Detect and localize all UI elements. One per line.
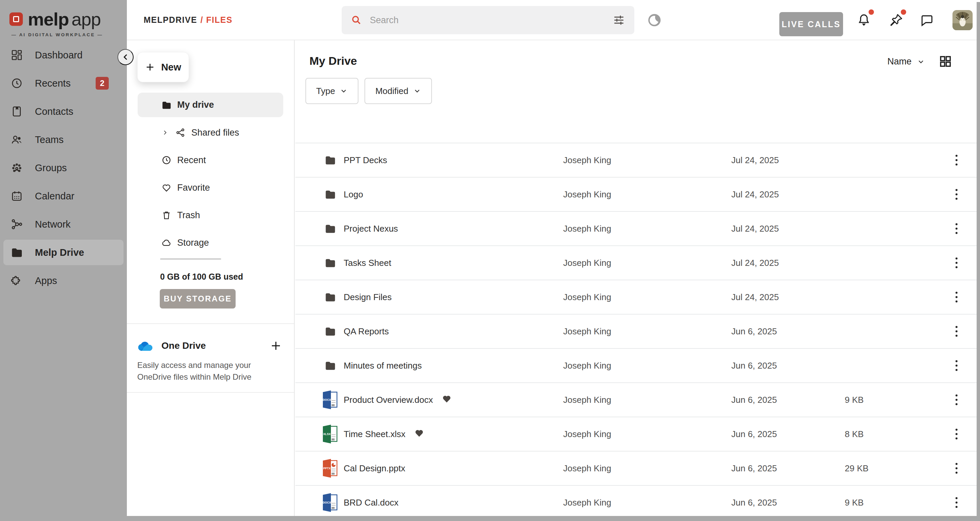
svg-text:XLSX: XLSX xyxy=(323,432,331,436)
file-modified-date: Jul 24, 2025 xyxy=(731,246,779,280)
folder-icon xyxy=(322,178,338,211)
file-row[interactable]: Minutes of meetingsJoseph KingJun 6, 202… xyxy=(295,348,977,382)
file-row[interactable]: DOCXBRD Cal.docxJoseph KingJun 6, 20259 … xyxy=(295,485,977,516)
drive-nav-item-storage[interactable]: Storage xyxy=(127,229,294,257)
sidebar-item-melp-drive[interactable]: Melp Drive xyxy=(3,240,124,265)
drive-nav-item-recent[interactable]: Recent xyxy=(127,147,294,174)
search-input[interactable] xyxy=(370,15,605,25)
folder-icon xyxy=(322,246,338,280)
file-row[interactable]: PPT DecksJoseph KingJul 24, 2025 xyxy=(295,143,977,177)
file-row[interactable]: Tasks SheetJoseph KingJul 24, 2025 xyxy=(295,245,977,280)
folder-icon xyxy=(322,315,338,348)
panel-divider xyxy=(127,392,294,393)
collapse-sidebar-button[interactable] xyxy=(118,49,134,65)
app-sidebar: melpapp — AI DIGITAL WORKPLACE — Dashboa… xyxy=(0,0,127,521)
user-avatar[interactable] xyxy=(953,10,973,30)
modified-filter-label: Modified xyxy=(375,86,408,96)
file-name: PPT Decks xyxy=(344,155,387,166)
file-name: Design Files xyxy=(344,292,392,303)
chevron-down-icon xyxy=(340,87,348,95)
row-menu-icon[interactable] xyxy=(950,246,963,280)
svg-text:PPTX: PPTX xyxy=(323,467,331,470)
modified-filter-button[interactable]: Modified xyxy=(364,78,431,104)
file-row[interactable]: Project NexusJoseph KingJul 24, 2025 xyxy=(295,211,977,245)
file-name: BRD Cal.docx xyxy=(344,497,398,508)
teams-icon xyxy=(11,134,23,146)
row-menu-icon[interactable] xyxy=(950,315,963,348)
file-owner: Joseph King xyxy=(563,178,611,211)
folder-icon xyxy=(322,143,338,177)
vertical-scrollbar[interactable] xyxy=(977,2,980,521)
sidebar-item-dashboard[interactable]: Dashboard xyxy=(3,42,124,68)
sidebar-item-apps[interactable]: Apps xyxy=(3,268,124,293)
favorite-heart-icon[interactable] xyxy=(414,428,424,440)
dark-mode-icon[interactable] xyxy=(648,13,661,27)
drive-nav-item-label: Shared files xyxy=(191,127,239,138)
notifications-bell-icon[interactable] xyxy=(856,13,871,27)
buy-storage-button[interactable]: BUY STORAGE xyxy=(160,289,235,309)
file-row[interactable]: Design FilesJoseph KingJul 24, 2025 xyxy=(295,280,977,314)
search-bar[interactable] xyxy=(342,6,634,34)
drive-nav-item-my-drive[interactable]: My drive xyxy=(138,92,283,117)
row-menu-icon[interactable] xyxy=(950,280,963,314)
sidebar-item-network[interactable]: Network xyxy=(3,212,124,237)
sidebar-item-label: Apps xyxy=(35,275,57,286)
file-name: Minutes of meetings xyxy=(344,360,422,371)
row-menu-icon[interactable] xyxy=(950,383,963,417)
sidebar-item-teams[interactable]: Teams xyxy=(3,127,124,152)
drive-nav-item-label: My drive xyxy=(177,100,214,110)
search-icon xyxy=(351,15,362,25)
file-name: Tasks Sheet xyxy=(344,258,391,268)
sort-selector[interactable]: Name xyxy=(888,56,925,67)
svg-text:DOCX: DOCX xyxy=(323,501,331,504)
drive-nav-item-favorite[interactable]: Favorite xyxy=(127,174,294,201)
chat-icon[interactable] xyxy=(920,13,934,27)
live-calls-button[interactable]: LIVE CALLS xyxy=(779,12,843,36)
drive-nav-item-shared-files[interactable]: Shared files xyxy=(127,119,294,147)
row-menu-icon[interactable] xyxy=(950,486,963,516)
sidebar-item-groups[interactable]: Groups xyxy=(3,155,124,181)
drive-nav-item-label: Trash xyxy=(177,210,200,221)
sidebar-item-contacts[interactable]: Contacts xyxy=(3,99,124,124)
recents-badge: 2 xyxy=(95,77,109,90)
pin-icon[interactable] xyxy=(889,13,904,27)
file-row[interactable]: DOCXProduct Overview.docxJoseph KingJun … xyxy=(295,382,977,417)
notification-dot xyxy=(901,10,906,15)
breadcrumb-current: / FILES xyxy=(200,15,232,25)
folder-filled-icon xyxy=(161,100,172,110)
file-modified-date: Jul 24, 2025 xyxy=(731,178,779,211)
sidebar-item-calendar[interactable]: Calendar xyxy=(3,183,124,209)
row-menu-icon[interactable] xyxy=(950,417,963,451)
chevron-down-icon xyxy=(917,58,925,66)
horizontal-scrollbar[interactable] xyxy=(0,516,980,521)
sidebar-item-recents[interactable]: Recents2 xyxy=(3,70,124,96)
grid-view-icon[interactable] xyxy=(939,55,952,68)
chevron-right-icon[interactable] xyxy=(161,129,169,136)
dashboard-icon xyxy=(11,49,23,61)
file-row[interactable]: XLSXTime Sheet.xlsxJoseph KingJun 6, 202… xyxy=(295,417,977,451)
sidebar-nav: DashboardRecents2ContactsTeamsGroupsCale… xyxy=(0,42,127,293)
filter-sliders-icon[interactable] xyxy=(613,14,625,26)
row-menu-icon[interactable] xyxy=(950,178,963,211)
type-filter-button[interactable]: Type xyxy=(305,78,358,104)
file-row[interactable]: PPTXCal Design.pptxJoseph KingJun 6, 202… xyxy=(295,451,977,485)
sidebar-item-label: Teams xyxy=(35,134,64,145)
file-owner: Joseph King xyxy=(563,212,611,245)
file-row[interactable]: LogoJoseph KingJul 24, 2025 xyxy=(295,177,977,211)
file-owner: Joseph King xyxy=(563,486,611,516)
file-row[interactable]: QA ReportsJoseph KingJun 6, 2025 xyxy=(295,314,977,348)
row-menu-icon[interactable] xyxy=(950,212,963,245)
favorite-heart-icon[interactable] xyxy=(442,394,452,406)
row-menu-icon[interactable] xyxy=(950,349,963,382)
breadcrumb-root[interactable]: MELPDRIVE xyxy=(144,15,197,25)
row-menu-icon[interactable] xyxy=(950,143,963,177)
file-modified-date: Jun 6, 2025 xyxy=(731,383,777,417)
row-menu-icon[interactable] xyxy=(950,451,963,485)
file-size: 9 KB xyxy=(845,486,864,516)
onedrive-add-icon[interactable] xyxy=(270,340,282,352)
new-button[interactable]: New xyxy=(137,52,189,82)
file-modified-date: Jul 24, 2025 xyxy=(731,280,779,314)
drive-nav-item-trash[interactable]: Trash xyxy=(127,201,294,229)
share-icon xyxy=(175,127,186,138)
file-size: 29 KB xyxy=(845,451,869,485)
